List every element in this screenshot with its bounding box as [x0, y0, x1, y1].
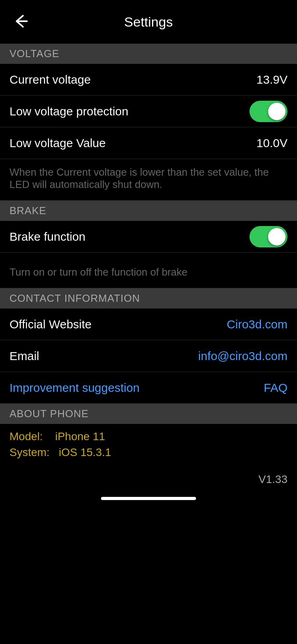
low-voltage-value-label: Low voltage Value	[10, 136, 106, 150]
low-voltage-protection-row: Low voltage protection	[0, 96, 297, 127]
section-voltage: VOLTAGE	[0, 44, 297, 64]
about-content: Model: iPhone 11 System: iOS 15.3.1	[0, 424, 297, 468]
page-title: Settings	[124, 14, 173, 30]
brake-function-toggle[interactable]	[249, 226, 287, 247]
current-voltage-row: Current voltage 13.9V	[0, 64, 297, 96]
low-voltage-protection-toggle[interactable]	[249, 101, 287, 122]
section-contact: CONTACT INFORMATION	[0, 288, 297, 309]
version-text: V1.33	[259, 473, 287, 486]
brake-function-row: Brake function	[0, 221, 297, 253]
official-website-value[interactable]: Ciro3d.com	[227, 318, 287, 331]
low-voltage-protection-label: Low voltage protection	[10, 105, 128, 118]
current-voltage-label: Current voltage	[10, 73, 91, 86]
faq-label[interactable]: FAQ	[264, 381, 287, 395]
back-arrow-icon	[11, 13, 31, 30]
low-voltage-value-row: Low voltage Value 10.0V	[0, 127, 297, 159]
improvement-label[interactable]: Improvement suggestion	[10, 381, 140, 395]
brake-description: Turn on or turn off the function of brak…	[0, 253, 297, 288]
toggle-knob	[268, 103, 286, 120]
current-voltage-value: 13.9V	[257, 73, 287, 86]
back-button[interactable]	[11, 13, 31, 31]
official-website-label: Official Website	[10, 318, 91, 331]
header: Settings	[0, 0, 297, 44]
section-brake: BRAKE	[0, 201, 297, 221]
email-value[interactable]: info@ciro3d.com	[198, 349, 287, 363]
model-label: Model:	[10, 430, 43, 443]
email-row[interactable]: Email info@ciro3d.com	[0, 340, 297, 372]
system-value: iOS 15.3.1	[59, 446, 111, 458]
system-line: System: iOS 15.3.1	[10, 446, 287, 459]
improvement-row[interactable]: Improvement suggestion FAQ	[0, 372, 297, 404]
email-label: Email	[10, 349, 39, 363]
model-line: Model: iPhone 11	[10, 430, 287, 443]
system-label: System:	[10, 446, 50, 458]
version-row: V1.33	[0, 468, 297, 491]
toggle-knob-brake	[268, 228, 286, 245]
section-about: ABOUT PHONE	[0, 404, 297, 424]
home-indicator	[0, 491, 297, 504]
voltage-description: When the Current voltage is lower than t…	[0, 159, 297, 201]
model-value: iPhone 11	[55, 430, 105, 443]
official-website-row[interactable]: Official Website Ciro3d.com	[0, 309, 297, 340]
brake-function-label: Brake function	[10, 230, 86, 243]
home-bar	[101, 497, 196, 500]
low-voltage-value: 10.0V	[257, 136, 287, 150]
